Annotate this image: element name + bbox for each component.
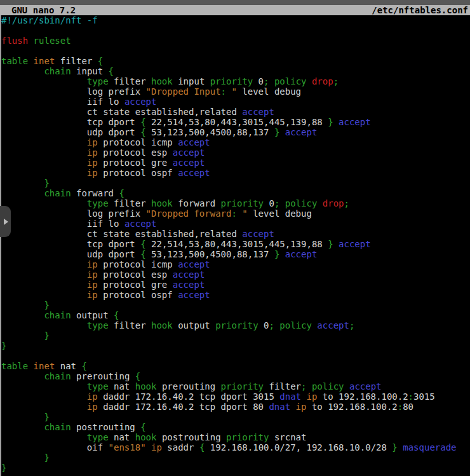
code-line xyxy=(1,351,469,361)
code-line: type filter hook input priority 0; polic… xyxy=(1,76,469,86)
code-line: type filter hook forward priority 0; pol… xyxy=(1,198,469,208)
code-line xyxy=(1,25,469,36)
code-line: chain output { xyxy=(1,310,469,320)
window-top-strip xyxy=(0,0,470,5)
code-line: oif "ens18" ip saddr { 192.168.100.0/27,… xyxy=(1,442,469,452)
code-line: ip daddr 172.16.40.2 tcp dport 80 dnat i… xyxy=(1,402,469,412)
code-line: } xyxy=(1,300,469,310)
code-line: log prefix "Dropped Input: " level debug xyxy=(1,86,469,97)
code-line: chain input { xyxy=(1,66,469,76)
code-line: ct state established,related accept xyxy=(1,229,469,239)
code-line: ip protocol icmp accept xyxy=(1,137,469,147)
file-path: /etc/nftables.conf xyxy=(372,5,470,15)
code-line: log prefix "Dropped forward: " level deb… xyxy=(1,208,469,219)
code-line: ip protocol icmp accept xyxy=(1,259,469,269)
code-line: ip protocol gre accept xyxy=(1,280,469,290)
code-line: chain prerouting { xyxy=(1,371,469,381)
code-line: ip protocol esp accept xyxy=(1,147,469,158)
code-line: iif lo accept xyxy=(1,97,469,107)
code-line: ip protocol esp accept xyxy=(1,269,469,280)
code-line: ip daddr 172.16.40.2 tcp dport 3015 dnat… xyxy=(1,391,469,402)
code-line: table inet nat { xyxy=(1,361,469,371)
code-line: table inet filter { xyxy=(1,56,469,66)
code-line: ip protocol gre accept xyxy=(1,158,469,168)
code-line: chain forward { xyxy=(1,188,469,198)
code-line xyxy=(1,46,469,56)
nano-editor-screen: GNU nano 7.2 /etc/nftables.conf #!/usr/s… xyxy=(0,0,470,476)
app-title: GNU nano 7.2 xyxy=(0,5,76,15)
console-sidebar-handle[interactable] xyxy=(0,206,11,237)
code-line: ip protocol ospf accept xyxy=(1,290,469,300)
code-line: flush ruleset xyxy=(1,36,469,46)
code-line: } xyxy=(1,452,469,463)
code-line: type nat hook postrouting priority srcna… xyxy=(1,432,469,442)
code-line: } xyxy=(1,412,469,422)
code-line: type nat hook prerouting priority filter… xyxy=(1,381,469,391)
nano-titlebar: GNU nano 7.2 /etc/nftables.conf xyxy=(0,5,470,15)
code-line: tcp dport { 22,514,53,80,443,3015,445,13… xyxy=(1,117,469,127)
code-line: } xyxy=(1,330,469,341)
code-line: udp dport { 53,123,500,4500,88,137 } acc… xyxy=(1,249,469,259)
terminal[interactable]: #!/usr/sbin/nft -f flush ruleset table i… xyxy=(1,15,469,476)
code-line: tcp dport { 22,514,53,80,443,3015,445,13… xyxy=(1,239,469,249)
code-line: iif lo accept xyxy=(1,219,469,229)
code-line: chain postrouting { xyxy=(1,422,469,432)
code-line: udp dport { 53,123,500,4500,88,137 } acc… xyxy=(1,127,469,137)
code-line: ct state established,related accept xyxy=(1,107,469,117)
right-arrow-icon xyxy=(4,219,8,225)
code-line: type filter hook output priority 0; poli… xyxy=(1,320,469,330)
code-line: } xyxy=(1,463,469,473)
code-line: } xyxy=(1,341,469,351)
code-line: #!/usr/sbin/nft -f xyxy=(1,15,469,25)
code-line: ip protocol ospf accept xyxy=(1,168,469,178)
code-line: } xyxy=(1,178,469,188)
